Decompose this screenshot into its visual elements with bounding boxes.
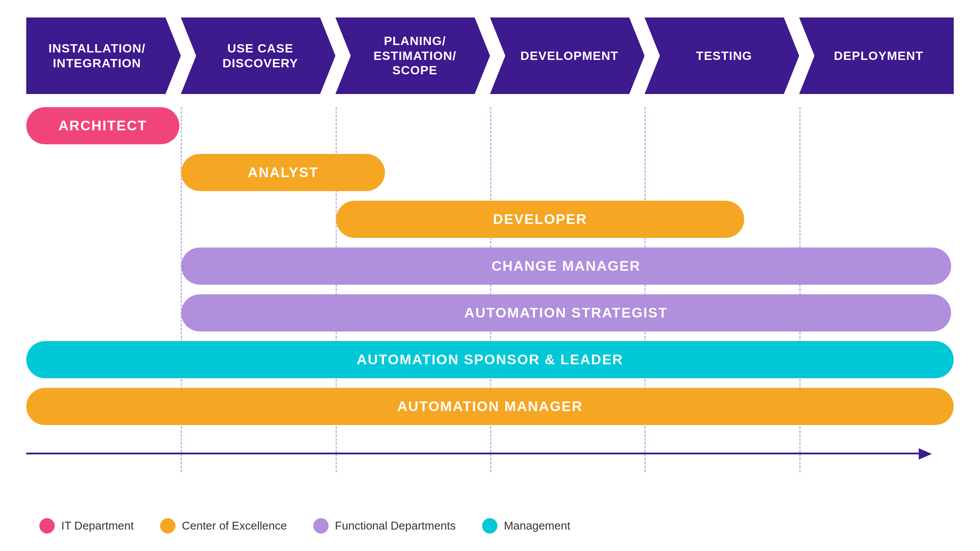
role-row-automation-strategist: AUTOMATION STRATEGIST <box>26 294 954 331</box>
arrow-testing: TESTING <box>644 17 799 94</box>
legend-label-func: Functional Departments <box>335 519 456 533</box>
arrow-development: DEVELOPMENT <box>490 17 644 94</box>
legend-label-coe: Center of Excellence <box>182 519 287 533</box>
axis-line <box>26 453 928 454</box>
legend-dot-func <box>313 518 329 534</box>
bar-automation-strategist: AUTOMATION STRATEGIST <box>181 294 951 331</box>
axis-arrow-icon <box>919 448 932 460</box>
bar-change-manager: CHANGE MANAGER <box>181 248 951 285</box>
legend-item-coe: Center of Excellence <box>160 518 287 534</box>
arrow-usecase: USE CASE DISCOVERY <box>181 17 335 94</box>
bar-architect: ARCHITECT <box>26 107 179 144</box>
legend-dot-it <box>39 518 55 534</box>
legend-dot-coe <box>160 518 175 534</box>
role-row-automation-sponsor: AUTOMATION SPONSOR & LEADER <box>26 341 954 378</box>
role-row-analyst: ANALYST <box>26 154 954 191</box>
axis-row <box>26 439 954 461</box>
legend-item-it: IT Department <box>39 518 134 534</box>
role-row-change-manager: CHANGE MANAGER <box>26 248 954 285</box>
arrow-planning: PLANING/ ESTIMATION/ SCOPE <box>336 17 490 94</box>
legend-item-func: Functional Departments <box>313 518 456 534</box>
role-row-automation-manager: AUTOMATION MANAGER <box>26 388 954 425</box>
header-arrows: INSTALLATION/ INTEGRATION USE CASE DISCO… <box>26 17 954 94</box>
main-container: INSTALLATION/ INTEGRATION USE CASE DISCO… <box>0 0 980 551</box>
legend: IT Department Center of Excellence Funct… <box>26 507 954 534</box>
legend-dot-mgmt <box>482 518 497 534</box>
bar-automation-sponsor: AUTOMATION SPONSOR & LEADER <box>26 341 954 378</box>
bar-developer: DEVELOPER <box>336 201 744 238</box>
legend-label-mgmt: Management <box>504 519 570 533</box>
bar-automation-manager: AUTOMATION MANAGER <box>26 388 954 425</box>
arrow-deployment: DEPLOYMENT <box>799 17 954 94</box>
role-row-architect: ARCHITECT <box>26 107 954 144</box>
arrow-installation: INSTALLATION/ INTEGRATION <box>26 17 181 94</box>
legend-item-mgmt: Management <box>482 518 570 534</box>
bar-analyst: ANALYST <box>181 154 385 191</box>
role-row-developer: DEVELOPER <box>26 201 954 238</box>
chart-area: ARCHITECT ANALYST DEVELOPER CHANGE MANAG… <box>26 107 954 507</box>
legend-label-it: IT Department <box>61 519 134 533</box>
